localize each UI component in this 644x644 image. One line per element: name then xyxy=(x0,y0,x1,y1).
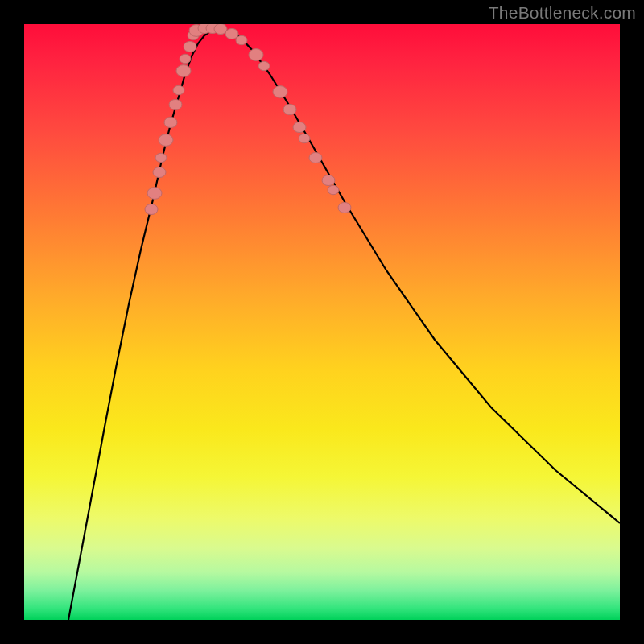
curve-svg xyxy=(24,24,620,620)
data-marker xyxy=(176,65,191,77)
data-marker xyxy=(293,122,306,132)
data-marker xyxy=(159,134,173,147)
data-marker xyxy=(225,28,238,39)
data-marker xyxy=(153,167,166,177)
marker-group xyxy=(145,24,351,215)
data-marker xyxy=(322,175,335,185)
data-marker xyxy=(283,104,296,114)
data-marker xyxy=(214,24,227,35)
data-marker xyxy=(328,185,339,194)
data-marker xyxy=(184,41,196,52)
data-marker xyxy=(309,152,322,163)
data-marker xyxy=(249,49,263,61)
data-marker xyxy=(173,85,184,94)
plot-area xyxy=(24,24,620,620)
data-marker xyxy=(258,61,270,70)
data-marker xyxy=(155,153,167,162)
data-marker xyxy=(169,99,182,109)
data-marker xyxy=(147,188,162,200)
data-marker xyxy=(164,117,177,127)
watermark-label: TheBottleneck.com xyxy=(489,3,636,23)
data-marker xyxy=(273,86,287,98)
chart-frame: TheBottleneck.com xyxy=(0,0,644,644)
data-marker xyxy=(299,134,310,142)
data-marker xyxy=(338,202,351,213)
data-marker xyxy=(145,204,158,214)
data-marker xyxy=(236,35,247,44)
bottleneck-curve xyxy=(68,29,620,620)
data-marker xyxy=(180,54,191,63)
